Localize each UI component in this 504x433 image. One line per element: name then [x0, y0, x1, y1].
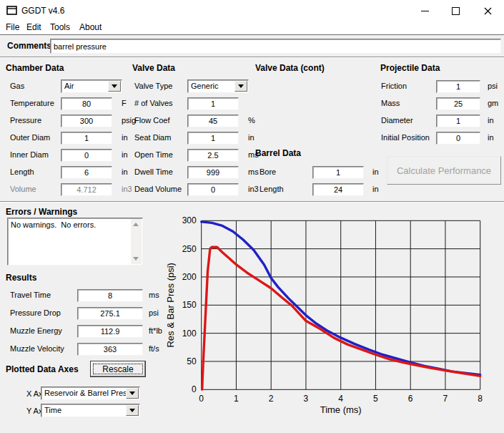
calculate-performance-button[interactable]: Calculate Performance [387, 156, 501, 185]
open-time-input[interactable] [187, 149, 239, 162]
flow-coef-input[interactable] [187, 115, 239, 127]
chamber-length-label: Length [10, 167, 34, 176]
chevron-down-icon[interactable] [234, 81, 247, 92]
friction-label: Friction [381, 82, 407, 90]
muzzle-energy-value [77, 325, 143, 338]
temperature-input[interactable] [61, 97, 112, 110]
scroll-up-icon[interactable] [133, 223, 139, 226]
muzzle-velocity-unit: ft/s [149, 344, 159, 353]
close-icon [484, 7, 492, 15]
errors-text: No warnings. No errors. [11, 220, 129, 229]
menu-tools[interactable]: Tools [50, 22, 70, 32]
chevron-down-icon[interactable] [108, 81, 121, 92]
menu-edit[interactable]: Edit [26, 22, 41, 32]
initial-position-unit: in [488, 133, 494, 142]
mass-label: Mass [381, 99, 400, 107]
svg-text:8: 8 [478, 394, 483, 404]
scrollbar[interactable] [131, 219, 142, 264]
menu-bar: File Edit Tools About [0, 21, 504, 35]
muzzle-energy-unit: ft*lb [149, 326, 162, 335]
maximize-button[interactable] [440, 0, 472, 21]
comments-input[interactable] [50, 39, 501, 54]
close-button[interactable] [472, 0, 504, 21]
outer-diam-unit: in [122, 133, 128, 142]
x-axis-select[interactable]: Reservoir & Barrel Pressur [41, 386, 140, 400]
volume-label: Volume [10, 185, 36, 193]
svg-text:5: 5 [373, 394, 378, 404]
svg-text:Time (ms): Time (ms) [320, 404, 362, 415]
bore-unit: in [372, 167, 379, 176]
rescale-button[interactable]: Rescale [90, 361, 146, 377]
barrel-length-unit: in [372, 185, 379, 193]
svg-text:Res & Bar Pres (psi): Res & Bar Pres (psi) [165, 263, 176, 347]
open-time-label: Open Time [134, 150, 173, 159]
svg-text:1: 1 [234, 394, 239, 404]
dead-volume-label: Dead Volume [134, 185, 182, 193]
scroll-down-icon[interactable] [133, 257, 139, 261]
menu-about[interactable]: About [79, 22, 102, 32]
chevron-down-icon[interactable] [126, 388, 139, 399]
menu-file[interactable]: File [6, 22, 19, 32]
inner-diam-input[interactable] [61, 149, 112, 162]
barrel-length-input[interactable] [312, 183, 364, 196]
num-valves-input[interactable] [187, 97, 239, 110]
diameter-input[interactable] [436, 115, 480, 127]
svg-text:0: 0 [192, 384, 197, 394]
seat-diam-unit: in [248, 133, 255, 142]
minimize-button[interactable] [409, 0, 441, 21]
svg-text:200: 200 [182, 272, 197, 282]
friction-unit: psi [488, 82, 498, 90]
chamber-header: Chamber Data [6, 63, 64, 73]
errors-textarea[interactable]: No warnings. No errors. [7, 218, 143, 266]
dwell-time-input[interactable] [187, 166, 239, 179]
valve-type-value: Generic [191, 82, 234, 90]
x-axis-value: Reservoir & Barrel Pressur [44, 389, 126, 397]
mass-input[interactable] [436, 97, 480, 110]
travel-time-unit: ms [149, 291, 159, 299]
errors-header: Errors / Warnings [6, 207, 77, 217]
gas-select[interactable]: Air [61, 79, 122, 93]
muzzle-energy-label: Muzzle Energy [10, 326, 62, 335]
svg-text:100: 100 [182, 329, 197, 339]
volume-input [61, 183, 112, 196]
friction-input[interactable] [436, 80, 480, 93]
flow-coef-unit: % [248, 116, 255, 125]
temperature-unit: F [122, 99, 127, 107]
pressure-drop-label: Pressure Drop [10, 308, 61, 317]
svg-text:6: 6 [408, 394, 413, 404]
valve-type-select[interactable]: Generic [187, 79, 249, 93]
dead-volume-input[interactable] [187, 183, 239, 196]
svg-text:7: 7 [443, 394, 448, 404]
app-window: GGDT v4.6 File Edit Tools About Comments… [0, 0, 504, 433]
svg-text:50: 50 [187, 356, 197, 366]
pressure-input[interactable] [61, 115, 112, 127]
initial-position-input[interactable] [436, 132, 480, 145]
y-axis-value: Time [44, 406, 126, 414]
diameter-label: Diameter [381, 116, 413, 125]
svg-text:250: 250 [182, 244, 197, 254]
barrel-header: Barrel Data [255, 148, 301, 158]
chevron-down-icon[interactable] [126, 405, 139, 416]
svg-text:2: 2 [269, 394, 274, 404]
series-barrel-pressure [202, 247, 480, 389]
chamber-length-input[interactable] [61, 166, 112, 179]
seat-diam-input[interactable] [187, 132, 239, 145]
svg-text:300: 300 [182, 215, 197, 225]
num-valves-label: # of Valves [134, 99, 173, 107]
pressure-time-chart: 050100150200250300012345678Time (ms)Res … [164, 204, 504, 433]
muzzle-velocity-value [77, 343, 143, 356]
svg-text:3: 3 [304, 394, 309, 404]
seat-diam-label: Seat Diam [134, 133, 171, 142]
outer-diam-input[interactable] [61, 132, 112, 145]
pressure-label: Pressure [10, 116, 41, 125]
app-icon [6, 6, 18, 16]
svg-text:0: 0 [199, 394, 204, 404]
chart-grid [202, 220, 480, 389]
bore-input[interactable] [312, 166, 364, 179]
projectile-header: Projectile Data [380, 63, 440, 73]
muzzle-velocity-label: Muzzle Velocity [10, 344, 64, 353]
dwell-time-unit: ms [248, 167, 259, 176]
y-axis-select[interactable]: Time [41, 404, 140, 417]
dead-volume-unit: in3 [248, 185, 259, 193]
mass-unit: gm [488, 99, 498, 107]
